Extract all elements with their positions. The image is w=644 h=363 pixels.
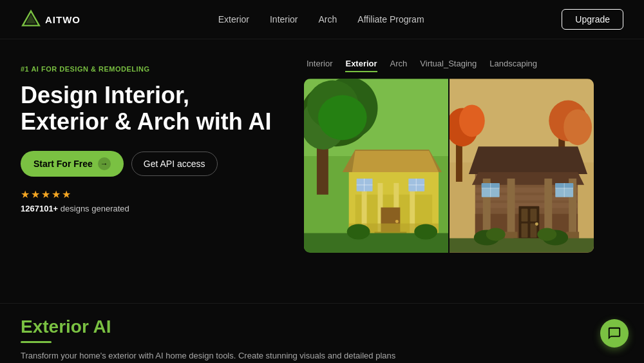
- logo-icon: [21, 9, 41, 30]
- svg-point-19: [395, 220, 399, 223]
- logo[interactable]: AITWO: [21, 9, 80, 30]
- before-scene-svg: [304, 79, 448, 253]
- arrow-right-icon: →: [98, 157, 111, 170]
- get-api-access-button[interactable]: Get API access: [131, 152, 218, 176]
- bottom-section: Exterior AI Transform your home's exteri…: [0, 303, 644, 363]
- svg-marker-12: [352, 151, 439, 172]
- image-tabs: Interior Exterior Arch Virtual_Staging L…: [304, 59, 623, 72]
- hero-actions: Start For Free → Get API access: [21, 151, 278, 177]
- hero-title: Design Interior, Exterior & Arch with AI: [21, 82, 278, 135]
- tab-exterior[interactable]: Exterior: [345, 59, 377, 72]
- nav-link-interior[interactable]: Interior: [270, 14, 298, 25]
- star-4: ★: [52, 188, 61, 201]
- star-3: ★: [41, 188, 50, 201]
- star-1: ★: [21, 188, 30, 201]
- section-underline: [21, 341, 52, 343]
- hero-section: #1 AI FOR DESIGN & REMODELING Design Int…: [0, 39, 644, 297]
- svg-point-36: [459, 104, 485, 137]
- svg-marker-46: [469, 146, 587, 174]
- svg-point-77: [537, 228, 556, 241]
- after-scene-svg: [450, 79, 594, 253]
- logo-text: AITWO: [45, 14, 80, 25]
- chat-icon: [607, 326, 621, 340]
- navbar: AITWO Exterior Interior Arch Affiliate P…: [0, 0, 644, 39]
- nav-link-exterior[interactable]: Exterior: [218, 14, 249, 25]
- svg-point-30: [347, 224, 370, 240]
- upgrade-button[interactable]: Upgrade: [562, 9, 623, 30]
- designs-count: 1267101+ designs generated: [21, 204, 278, 213]
- section-description: Transform your home's exterior with AI h…: [21, 349, 407, 363]
- tab-virtual-staging[interactable]: Virtual_Staging: [420, 59, 477, 72]
- nav-link-affiliate[interactable]: Affiliate Program: [357, 14, 424, 25]
- star-5: ★: [62, 188, 71, 201]
- before-after-images: [304, 79, 594, 253]
- svg-rect-58: [522, 209, 528, 222]
- svg-point-31: [414, 224, 437, 240]
- chat-button[interactable]: [600, 319, 629, 348]
- svg-point-39: [564, 109, 592, 145]
- hero-right: Interior Exterior Arch Virtual_Staging L…: [304, 52, 623, 253]
- start-label: Start For Free: [33, 159, 93, 169]
- svg-rect-50: [507, 179, 515, 240]
- before-image: [304, 79, 448, 253]
- svg-point-9: [318, 95, 367, 140]
- tab-interior[interactable]: Interior: [307, 59, 332, 72]
- nav-links: Exterior Interior Arch Affiliate Program: [218, 14, 424, 25]
- tab-landscaping[interactable]: Landscaping: [489, 59, 537, 72]
- start-for-free-button[interactable]: Start For Free →: [21, 151, 124, 177]
- tab-arch[interactable]: Arch: [390, 59, 408, 72]
- nav-link-arch[interactable]: Arch: [319, 14, 337, 25]
- hero-badge: #1 AI FOR DESIGN & REMODELING: [21, 65, 278, 73]
- star-2: ★: [31, 188, 40, 201]
- after-image: [450, 79, 594, 253]
- svg-point-62: [535, 222, 538, 226]
- designs-number: 1267101+: [21, 204, 58, 213]
- svg-rect-59: [530, 209, 536, 222]
- svg-rect-61: [530, 224, 536, 238]
- svg-rect-73: [450, 238, 594, 252]
- svg-point-75: [486, 228, 506, 241]
- designs-label: designs generated: [58, 204, 129, 213]
- hero-left: #1 AI FOR DESIGN & REMODELING Design Int…: [21, 52, 278, 213]
- svg-rect-60: [522, 224, 528, 238]
- section-title: Exterior AI: [21, 317, 623, 337]
- star-rating: ★ ★ ★ ★ ★: [21, 188, 278, 201]
